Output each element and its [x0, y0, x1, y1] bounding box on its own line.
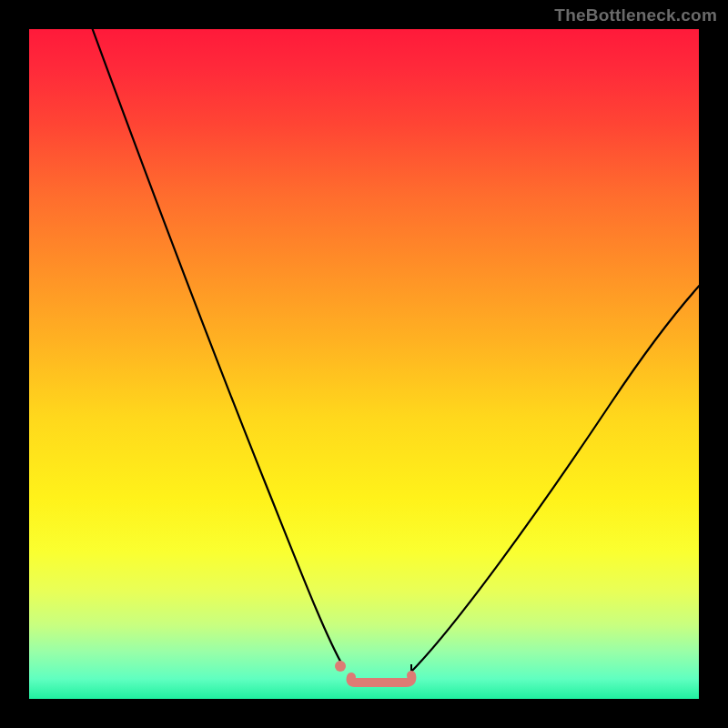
outer-frame: TheBottleneck.com	[0, 0, 728, 728]
chart-svg	[29, 29, 699, 699]
plot-area	[29, 29, 699, 699]
attribution-text: TheBottleneck.com	[554, 5, 717, 25]
curve-right	[411, 282, 699, 672]
marker-dot	[335, 661, 346, 672]
flat-bar	[351, 675, 412, 682]
curve-left	[89, 29, 344, 668]
